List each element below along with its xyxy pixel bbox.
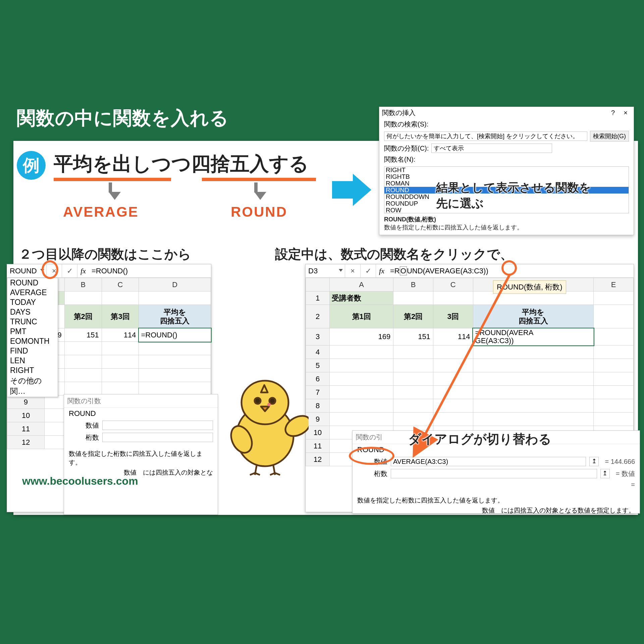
list-item[interactable]: TODAY xyxy=(7,298,58,307)
col-header-label: 第2回 xyxy=(393,305,433,328)
subheading-left: ２つ目以降の関数はここから xyxy=(19,245,191,263)
label-average: AVERAGE xyxy=(63,204,139,220)
chevron-down-icon[interactable] xyxy=(40,269,44,272)
underline-round xyxy=(202,178,316,181)
col-header[interactable]: A xyxy=(330,278,393,291)
formula-tooltip: ROUND(数値, 桁数) xyxy=(493,280,566,294)
list-item[interactable]: DAYS xyxy=(7,307,58,317)
col-header[interactable]: C xyxy=(433,278,473,291)
cancel-entry-icon[interactable]: × xyxy=(47,264,62,277)
chick-mascot-icon xyxy=(221,372,309,480)
range-picker-button[interactable]: ↥ xyxy=(600,469,610,478)
corner-cell[interactable] xyxy=(306,278,330,291)
site-url: www.becoolusers.com xyxy=(22,475,138,487)
arg-preview: = 144.666 xyxy=(602,458,635,466)
cell-value[interactable]: 169 xyxy=(330,328,393,345)
close-button[interactable]: × xyxy=(620,109,631,117)
col-header-label: 平均を四捨五入 xyxy=(139,305,211,328)
col-header[interactable]: B xyxy=(64,278,102,291)
dialog-title: 関数の引数 xyxy=(64,394,218,408)
col-header[interactable]: D xyxy=(139,278,211,291)
arg-input[interactable] xyxy=(102,421,213,430)
fx-icon[interactable]: fx xyxy=(77,267,89,275)
col-header[interactable]: B xyxy=(393,278,433,291)
function-signature: ROUND(数値,桁数) xyxy=(384,216,436,223)
list-item[interactable]: EOMONTH xyxy=(7,336,58,346)
active-cell[interactable]: =ROUND(AVERAGE(A3:C3)) xyxy=(473,328,594,345)
label-round: ROUND xyxy=(231,204,287,220)
cell-value[interactable]: 114 xyxy=(433,328,473,345)
list-item[interactable]: その他の関… xyxy=(7,375,58,397)
formula-bar[interactable]: =ROUND() xyxy=(89,267,211,275)
args-description: 数値を指定した桁数に四捨五入した値を返します。 xyxy=(353,490,640,505)
arg-input[interactable]: AVERAGE(A3:C3) xyxy=(391,457,586,466)
col-header-label: 平均を四捨五入 xyxy=(473,305,594,328)
name-box[interactable]: D3 xyxy=(306,264,345,277)
col-header-label: 第1回 xyxy=(330,305,393,328)
page-title: 関数の中に関数を入れる xyxy=(17,106,229,131)
confirm-entry-icon[interactable]: ✓ xyxy=(62,264,77,277)
name-box[interactable]: ROUND xyxy=(7,264,47,277)
args-sub-description: 数値 には四捨五入の対象となる数値を指定します。 xyxy=(353,505,640,516)
search-input[interactable]: 何がしたいかを簡単に入力して、[検索開始] をクリックしてください。 xyxy=(384,131,587,141)
help-button[interactable]: ? xyxy=(607,109,618,117)
arg-label: 桁数 xyxy=(69,433,99,442)
example-line: 平均を出しつつ四捨五入する xyxy=(54,151,309,177)
category-select[interactable]: すべて表示 xyxy=(431,144,552,153)
function-args-dialog-left: 関数の引数 ROUND 数値 桁数 数値を指定した桁数に四捨五入した値を返します… xyxy=(64,394,218,515)
list-item[interactable]: RIGHT xyxy=(384,167,629,173)
arg-input[interactable] xyxy=(102,433,213,442)
dialog-title: 関数の挿入 xyxy=(382,108,416,117)
table-title: 受講者数 xyxy=(330,291,393,305)
cell-value[interactable]: 151 xyxy=(64,328,102,342)
arg-label: 桁数 xyxy=(357,469,387,478)
col-header[interactable]: C xyxy=(102,278,139,291)
cell-value[interactable]: 114 xyxy=(102,328,139,342)
function-list-label: 関数名(N): xyxy=(384,155,415,164)
function-dropdown[interactable]: ROUND AVERAGE TODAY DAYS TRUNC PMT EOMON… xyxy=(7,278,58,397)
result-preview: = xyxy=(628,481,635,489)
col-header-label: 第2回 xyxy=(64,305,102,328)
category-label: 関数の分類(C): xyxy=(384,144,429,153)
list-item[interactable]: LEN xyxy=(7,356,58,366)
right-arrow-icon xyxy=(332,181,354,199)
list-item[interactable]: RIGHT xyxy=(7,366,58,375)
cancel-entry-icon[interactable]: × xyxy=(345,264,361,277)
list-item[interactable]: TRUNC xyxy=(7,317,58,327)
function-name: ROUND xyxy=(64,408,218,419)
insert-function-dialog: 関数の挿入 ? × 関数の検索(S): 何がしたいかを簡単に入力して、[検索開始… xyxy=(379,107,634,235)
list-item[interactable]: ROUND xyxy=(7,278,58,288)
function-description: 数値を指定した桁数に四捨五入した値を返します。 xyxy=(384,224,523,231)
list-item[interactable]: RIGHTB xyxy=(384,173,629,180)
col-header-label: 3回 xyxy=(433,305,473,328)
confirm-entry-icon[interactable]: ✓ xyxy=(361,264,376,277)
fx-icon[interactable]: fx xyxy=(376,267,387,275)
arg-label: 数値 xyxy=(357,457,387,466)
cell-value[interactable]: 151 xyxy=(393,328,433,345)
list-item[interactable]: FIND xyxy=(7,346,58,356)
col-header-label: 第3回 xyxy=(102,305,139,328)
arg-preview: = 数値 xyxy=(613,469,635,478)
overlay-select-outer-first: 結果として表示させる関数を 先に選ぶ xyxy=(436,179,591,211)
arg-label: 数値 xyxy=(69,421,99,430)
overlay-dialog-switch: ダイアログが切り替わる xyxy=(408,431,551,448)
arg-input[interactable] xyxy=(391,469,597,478)
args-description: 数値を指定した桁数に四捨五入した値を返します。 xyxy=(64,443,218,468)
svg-point-7 xyxy=(267,403,271,406)
list-item[interactable]: PMT xyxy=(7,327,58,336)
svg-point-5 xyxy=(255,398,261,404)
range-picker-button[interactable]: ↥ xyxy=(589,457,599,466)
underline-average xyxy=(54,178,171,181)
col-header[interactable]: E xyxy=(594,278,634,291)
formula-bar[interactable]: =ROUND(AVERAGE(A3:C3)) xyxy=(387,267,634,275)
subheading-right: 設定中は、数式の関数名をクリックで、 xyxy=(275,245,513,263)
list-item[interactable]: AVERAGE xyxy=(7,288,58,298)
chevron-down-icon[interactable] xyxy=(339,269,343,272)
row-header[interactable]: 1 xyxy=(306,291,330,305)
search-label: 関数の検索(S): xyxy=(384,120,428,129)
svg-point-6 xyxy=(269,398,275,404)
active-cell[interactable]: =ROUND() xyxy=(139,328,211,342)
search-start-button[interactable]: 検索開始(G) xyxy=(590,131,629,142)
example-badge: 例 xyxy=(17,151,46,180)
